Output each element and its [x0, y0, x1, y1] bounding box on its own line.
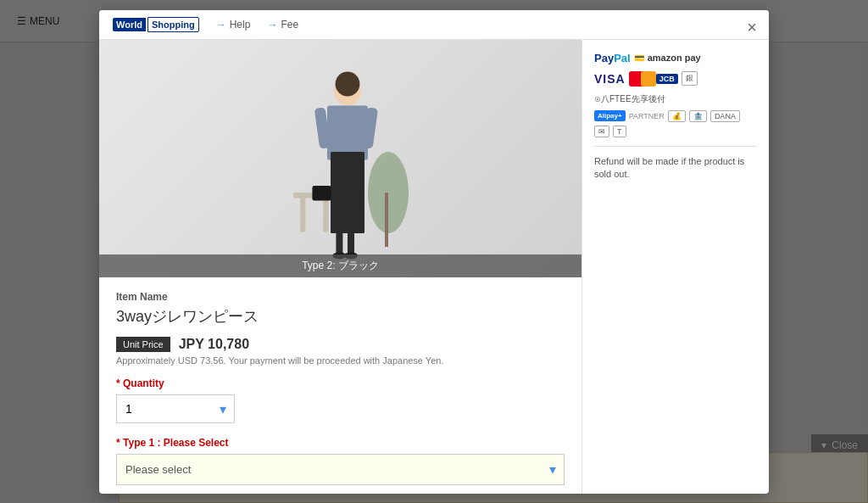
modal-body: Type 2: ブラック Item Name 3wayジレワンピース Unit …: [99, 40, 769, 494]
ws-fee-label: Fee: [281, 19, 298, 31]
modal-right-panel: PayPal 💳 amazon pay VISA JCB 銀 ⊙八FTEE先享後…: [582, 40, 769, 494]
type1-asterisk: *: [116, 437, 123, 449]
payment-logos: PayPal 💳 amazon pay: [594, 52, 757, 64]
union-pay-badge: 銀: [682, 71, 698, 86]
type1-required-label: * Type 1 : Please Select: [116, 437, 565, 449]
payment-divider: [594, 146, 757, 147]
product-details: Item Name 3wayジレワンピース Unit Price JPY 10,…: [99, 277, 581, 494]
svg-rect-9: [312, 186, 331, 201]
ws-logo-world: World: [113, 18, 146, 31]
paypal-logo: PayPal: [594, 52, 631, 64]
quantity-required-label: * Quantity: [116, 377, 565, 389]
svg-rect-13: [348, 232, 354, 255]
visa-logo: VISA: [594, 72, 626, 86]
worldshopping-header: WorldShopping → Help → Fee ×: [99, 10, 769, 40]
item-name-label: Item Name: [116, 291, 565, 303]
pm-badge-2: 🏦: [689, 110, 707, 122]
quantity-select[interactable]: 1 2 3: [116, 394, 235, 423]
ws-help-label: Help: [230, 19, 251, 31]
quantity-select-wrapper: 1 2 3 ▾: [116, 394, 235, 423]
price-row: Unit Price JPY 10,780: [116, 337, 565, 352]
product-figure-svg: [273, 57, 409, 260]
modal-left-panel: Type 2: ブラック Item Name 3wayジレワンピース Unit …: [99, 40, 582, 494]
item-name-value: 3wayジレワンピース: [116, 306, 565, 327]
svg-rect-4: [323, 198, 328, 232]
svg-rect-8: [331, 152, 364, 233]
ws-help-arrow: →: [216, 19, 226, 31]
product-image-container: Type 2: ブラック: [99, 40, 581, 277]
price-jpy: JPY 10,780: [179, 337, 249, 352]
pm-badge-5: T: [613, 126, 626, 137]
svg-rect-1: [385, 193, 388, 247]
alipay-badge: Alipay+: [594, 110, 626, 121]
ws-fee-link[interactable]: → Fee: [267, 19, 298, 31]
type1-select-wrapper: Please select ▾: [116, 454, 565, 485]
image-caption: Type 2: ブラック: [99, 254, 581, 277]
product-modal: WorldShopping → Help → Fee ×: [99, 10, 769, 494]
ws-help-link[interactable]: → Help: [216, 19, 251, 31]
modal-close-button[interactable]: ×: [747, 19, 757, 36]
mastercard-icon: [629, 71, 653, 87]
svg-point-6: [335, 71, 359, 96]
card-logo-1: 💳: [634, 53, 644, 63]
quantity-label: Quantity: [123, 377, 164, 389]
pm-badge-4: ✉: [594, 126, 609, 137]
ws-fee-arrow: →: [267, 19, 277, 31]
payment-logos-2: VISA JCB 銀: [594, 71, 757, 87]
unit-price-badge: Unit Price: [116, 337, 170, 352]
price-usd-note: Approximately USD 73.56. Your payment wi…: [116, 355, 565, 366]
type1-select[interactable]: Please select: [116, 454, 565, 485]
modal-overlay: WorldShopping → Help → Fee ×: [0, 0, 868, 503]
ws-logo-shopping: Shopping: [147, 17, 199, 32]
quantity-asterisk: *: [116, 377, 123, 389]
aftee-text: ⊙八FTEE先享後付: [594, 93, 665, 105]
product-image: [99, 40, 581, 277]
type1-label: Type 1 : Please Select: [123, 437, 229, 449]
aftee-row: ⊙八FTEE先享後付: [594, 93, 757, 105]
svg-rect-3: [300, 198, 305, 232]
jcb-badge: JCB: [656, 74, 678, 84]
type1-wrapper: * Type 1 : Please Select Please select ▾: [116, 437, 565, 485]
alipay-partner: PARTNER: [629, 112, 665, 120]
svg-rect-12: [336, 232, 342, 255]
pm-badge-1: 💰: [668, 110, 686, 122]
alipay-row: Alipay+ PARTNER 💰 🏦 DANA ✉ T: [594, 110, 757, 137]
worldshopping-logo: WorldShopping: [113, 17, 199, 32]
refund-text: Refund will be made if the product is so…: [594, 155, 757, 182]
amazon-pay-logo: amazon pay: [648, 53, 701, 63]
pm-badge-3: DANA: [710, 110, 740, 122]
